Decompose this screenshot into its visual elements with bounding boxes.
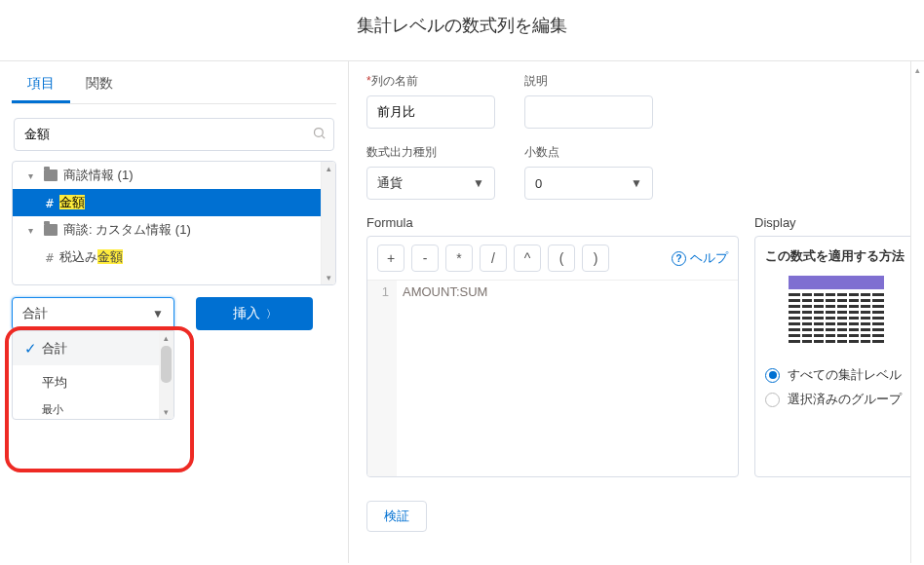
display-title: この数式を適用する方法 [765, 246, 907, 266]
formula-editor[interactable]: 1 AMOUNT:SUM [367, 281, 738, 477]
op-rparen-button[interactable]: ) [582, 245, 609, 272]
tree-label: 商談情報 (1) [63, 167, 134, 184]
folder-icon [44, 224, 58, 236]
description-input[interactable] [524, 95, 653, 129]
svg-rect-2 [789, 276, 884, 289]
column-name-input[interactable] [366, 95, 495, 129]
number-type-icon: # [46, 250, 54, 265]
svg-rect-18 [870, 292, 872, 345]
op-lparen-button[interactable]: ( [548, 245, 575, 272]
chevron-down-icon: ▼ [631, 176, 642, 190]
tree-label: 商談: カスタム情報 (1) [63, 221, 191, 239]
dropdown-scrollbar[interactable] [159, 331, 173, 419]
decimal-select[interactable]: 0 ▼ [524, 167, 653, 200]
option-label: 最小 [42, 402, 63, 417]
help-icon: ? [672, 251, 686, 266]
svg-rect-17 [859, 292, 861, 345]
dropdown-option-sum[interactable]: ✓ 合計 [13, 331, 173, 365]
svg-rect-15 [835, 292, 837, 345]
search-input[interactable] [14, 118, 334, 151]
right-pane: *列の名前 説明 数式出力種別 通貨 ▼ 小数点 0 ▼ [349, 61, 924, 563]
tree-field-label: 税込み金額 [59, 248, 123, 266]
op-minus-button[interactable]: - [411, 245, 439, 272]
decimal-label: 小数点 [524, 144, 653, 161]
formula-toolbar: + - * / ^ ( ) ? ヘルプ [367, 237, 738, 281]
formula-label: Formula [366, 215, 739, 230]
radio-selected-group[interactable]: 選択済みのグループ [765, 390, 907, 409]
tree-field[interactable]: # 金額 [13, 189, 335, 216]
svg-rect-13 [812, 292, 814, 345]
tree-folder[interactable]: ▾ 商談情報 (1) [13, 162, 335, 189]
tree-scrollbar[interactable] [321, 162, 335, 284]
number-type-icon: # [46, 196, 54, 210]
radio-label: すべての集計レベル [788, 365, 907, 385]
svg-rect-14 [824, 292, 826, 345]
svg-line-1 [322, 135, 325, 138]
decimal-value: 0 [535, 176, 542, 191]
op-plus-button[interactable]: + [377, 245, 404, 272]
column-name-label: *列の名前 [366, 73, 495, 90]
option-label: 合計 [42, 340, 67, 358]
option-label: 平均 [42, 374, 67, 392]
op-div-button[interactable]: / [480, 245, 507, 272]
tree-field[interactable]: # 税込み金額 [13, 244, 335, 271]
formula-box: + - * / ^ ( ) ? ヘルプ 1 AMOUNT [366, 236, 739, 477]
display-box: この数式を適用する方法 [754, 236, 918, 477]
description-label: 説明 [524, 73, 653, 90]
output-type-select[interactable]: 通貨 ▼ [366, 167, 495, 200]
op-mul-button[interactable]: * [445, 245, 473, 272]
validate-button[interactable]: 検証 [366, 501, 427, 532]
svg-point-0 [315, 129, 324, 137]
dialog-title: 集計レベルの数式列を編集 [0, 0, 924, 60]
tree-folder[interactable]: ▾ 商談: カスタム情報 (1) [13, 216, 335, 244]
caret-down-icon: ▾ [28, 170, 40, 181]
output-type-value: 通貨 [377, 174, 403, 192]
right-scrollbar[interactable]: ▴ [910, 61, 924, 563]
chevron-right-icon: 〉 [266, 307, 277, 321]
svg-rect-16 [847, 292, 849, 345]
radio-all-levels[interactable]: すべての集計レベル [765, 365, 907, 385]
display-label: Display [754, 215, 918, 230]
aggregate-select[interactable]: 合計 ▼ [12, 297, 174, 330]
tab-functions[interactable]: 関数 [70, 65, 129, 103]
chevron-down-icon: ▼ [152, 307, 164, 320]
radio-icon [765, 368, 780, 383]
svg-rect-12 [800, 292, 802, 345]
radio-label: 選択済みのグループ [788, 390, 907, 409]
tree-field-label: 金額 [59, 194, 85, 211]
output-type-label: 数式出力種別 [366, 144, 495, 161]
field-tree: ▾ 商談情報 (1) # 金額 ▾ 商談: カスタム情報 (1) # 税込み金額 [12, 161, 336, 285]
aggregate-value: 合計 [22, 305, 48, 322]
caret-down-icon: ▾ [28, 225, 40, 236]
tab-fields[interactable]: 項目 [12, 65, 70, 103]
dropdown-option-min[interactable]: 最小 [13, 399, 173, 419]
aggregate-dropdown: ✓ 合計 平均 最小 [12, 330, 174, 420]
display-preview-icon [789, 276, 884, 350]
editor-code: AMOUNT:SUM [397, 281, 738, 477]
check-icon: ✓ [24, 340, 42, 358]
left-pane: 項目 関数 ▾ 商談情報 (1) # 金額 ▾ 商談: カスタム情報 (1) [0, 61, 349, 563]
insert-label: 挿入 [233, 305, 260, 322]
editor-gutter: 1 [367, 281, 397, 477]
radio-icon [765, 393, 780, 407]
chevron-down-icon: ▼ [473, 176, 484, 190]
left-tabs: 項目 関数 [12, 65, 336, 104]
dropdown-option-avg[interactable]: 平均 [13, 365, 173, 399]
help-link[interactable]: ? ヘルプ [672, 249, 728, 267]
folder-icon [44, 170, 58, 181]
help-text: ヘルプ [690, 249, 728, 267]
insert-button[interactable]: 挿入 〉 [196, 297, 313, 330]
op-pow-button[interactable]: ^ [514, 245, 541, 272]
search-icon [312, 126, 327, 143]
